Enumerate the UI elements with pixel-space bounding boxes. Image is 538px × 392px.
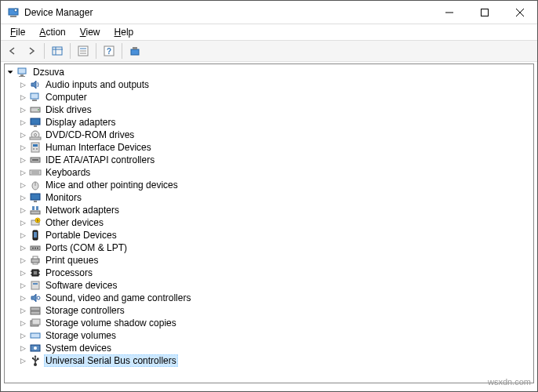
svg-rect-59 xyxy=(34,271,37,274)
svg-rect-45 xyxy=(36,206,38,210)
tree-item[interactable]: ▷Storage controllers xyxy=(5,304,533,317)
svg-point-24 xyxy=(38,109,39,111)
tree-item-label: Human Interface Devices xyxy=(44,142,153,153)
tree-item-label: Ports (COM & LPT) xyxy=(44,242,129,253)
keyboard-icon xyxy=(29,166,42,179)
svg-rect-21 xyxy=(31,93,38,99)
expand-arrow-icon[interactable]: ▷ xyxy=(19,169,27,176)
expand-arrow-icon[interactable]: ▷ xyxy=(19,294,27,302)
tree-item[interactable]: ▷Ports (COM & LPT) xyxy=(5,241,533,254)
software-icon xyxy=(29,279,42,292)
maximize-button[interactable] xyxy=(467,1,502,24)
minimize-button[interactable] xyxy=(431,1,467,24)
expand-arrow-icon[interactable]: ▷ xyxy=(19,93,27,101)
expand-arrow-icon[interactable]: ▷ xyxy=(19,106,27,114)
svg-rect-70 xyxy=(32,319,40,325)
device-tree-panel[interactable]: ⏷Dzsuva▷Audio inputs and outputs▷Compute… xyxy=(4,64,534,383)
expand-arrow-icon[interactable]: ▷ xyxy=(19,344,27,352)
audio-icon xyxy=(29,78,42,91)
expand-arrow-icon[interactable]: ⏷ xyxy=(6,68,14,76)
tree-item[interactable]: ▷Mice and other pointing devices xyxy=(5,179,533,191)
tree-item[interactable]: ▷Display adapters xyxy=(5,116,533,129)
tree-item[interactable]: ▷Human Interface Devices xyxy=(5,141,533,154)
tree-root[interactable]: ⏷Dzsuva xyxy=(5,66,533,78)
portable-icon xyxy=(29,229,42,241)
expand-arrow-icon[interactable]: ▷ xyxy=(19,244,27,252)
tree-item-label: DVD/CD-ROM drives xyxy=(44,129,136,140)
tree-item-label: Other devices xyxy=(44,217,105,228)
storage-icon xyxy=(29,304,42,317)
svg-rect-56 xyxy=(33,256,38,259)
tree-item[interactable]: ▷Monitors xyxy=(5,191,533,204)
tree-item[interactable]: ▷Software devices xyxy=(5,279,533,292)
svg-point-54 xyxy=(37,248,38,249)
tree-item-label: Mice and other pointing devices xyxy=(44,180,180,191)
expand-arrow-icon[interactable]: ▷ xyxy=(19,206,27,214)
tree-item[interactable]: ▷Processors xyxy=(5,267,533,279)
tree-item-label: Storage volume shadow copies xyxy=(44,318,178,328)
expand-arrow-icon[interactable]: ▷ xyxy=(19,269,27,277)
menubar: File Action View Help xyxy=(1,24,537,40)
expand-arrow-icon[interactable]: ▷ xyxy=(19,118,27,126)
tree-item[interactable]: ▷Audio inputs and outputs xyxy=(5,78,533,91)
menu-file[interactable]: File xyxy=(4,25,31,39)
svg-point-53 xyxy=(35,248,36,249)
expand-arrow-icon[interactable]: ▷ xyxy=(19,156,27,164)
window-title: Device Manager xyxy=(24,7,431,18)
tree-item[interactable]: ▷?Other devices xyxy=(5,216,533,229)
menu-view[interactable]: View xyxy=(74,25,107,39)
tree-item[interactable]: ▷Storage volumes xyxy=(5,329,533,342)
expand-arrow-icon[interactable]: ▷ xyxy=(19,181,27,189)
tree-item[interactable]: ▷Computer xyxy=(5,91,533,103)
tree-item[interactable]: ▷DVD/CD-ROM drives xyxy=(5,129,533,141)
svg-rect-44 xyxy=(32,206,35,210)
expand-arrow-icon[interactable]: ▷ xyxy=(19,131,27,139)
tree-item-label: Storage volumes xyxy=(44,330,118,341)
back-button[interactable] xyxy=(4,42,21,60)
hid-icon xyxy=(29,141,42,154)
network-icon xyxy=(29,204,42,216)
expand-arrow-icon[interactable]: ▷ xyxy=(19,143,27,151)
tree-item[interactable]: ▷Storage volume shadow copies xyxy=(5,317,533,329)
monitor-icon xyxy=(29,191,42,204)
tree-item[interactable]: ▷System devices xyxy=(5,342,533,354)
show-hide-tree-button[interactable] xyxy=(49,42,66,60)
svg-rect-50 xyxy=(34,232,37,238)
tree-item[interactable]: ▷Sound, video and game controllers xyxy=(5,292,533,304)
tree-item[interactable]: ▷Universal Serial Bus controllers xyxy=(5,354,533,367)
menu-action[interactable]: Action xyxy=(33,25,71,39)
expand-arrow-icon[interactable]: ▷ xyxy=(19,219,27,227)
menu-help[interactable]: Help xyxy=(108,25,140,39)
tree-item-label: Keyboards xyxy=(44,167,92,178)
mouse-icon xyxy=(29,179,42,191)
system-icon xyxy=(29,342,42,354)
scan-hardware-button[interactable] xyxy=(126,42,144,60)
svg-rect-41 xyxy=(31,194,40,200)
tree-item[interactable]: ▷Portable Devices xyxy=(5,229,533,241)
tree-item[interactable]: ▷Network adapters xyxy=(5,204,533,216)
expand-arrow-icon[interactable]: ▷ xyxy=(19,81,27,89)
svg-rect-55 xyxy=(31,259,39,263)
expand-arrow-icon[interactable]: ▷ xyxy=(19,357,27,365)
cpu-icon xyxy=(29,267,42,279)
forward-button[interactable] xyxy=(23,42,40,60)
titlebar: Device Manager xyxy=(1,1,537,24)
expand-arrow-icon[interactable]: ▷ xyxy=(19,231,27,239)
expand-arrow-icon[interactable]: ▷ xyxy=(19,332,27,339)
help-button[interactable]: ? xyxy=(100,42,118,60)
tree-item[interactable]: ▷IDE ATA/ATAPI controllers xyxy=(5,154,533,166)
tree-item[interactable]: ▷Disk drives xyxy=(5,103,533,116)
svg-rect-79 xyxy=(37,358,39,361)
svg-rect-68 xyxy=(31,311,40,314)
expand-arrow-icon[interactable]: ▷ xyxy=(19,194,27,201)
svg-point-78 xyxy=(32,358,34,359)
tree-item[interactable]: ▷Print queues xyxy=(5,254,533,267)
svg-rect-65 xyxy=(33,283,38,285)
expand-arrow-icon[interactable]: ▷ xyxy=(19,319,27,327)
properties-button[interactable] xyxy=(75,42,92,60)
tree-item[interactable]: ▷Keyboards xyxy=(5,166,533,179)
expand-arrow-icon[interactable]: ▷ xyxy=(19,281,27,289)
close-button[interactable] xyxy=(502,1,537,24)
expand-arrow-icon[interactable]: ▷ xyxy=(19,307,27,314)
expand-arrow-icon[interactable]: ▷ xyxy=(19,256,27,264)
